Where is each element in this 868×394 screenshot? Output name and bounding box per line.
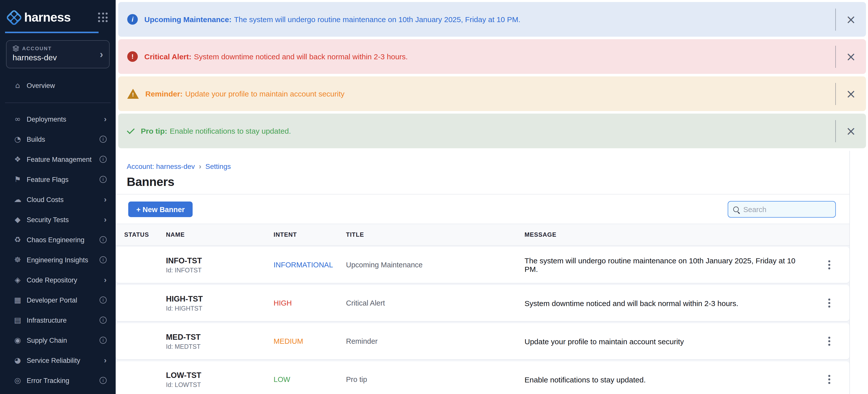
service-reliability-icon: ◕ (13, 356, 22, 365)
sidebar-item-label: Deployments (27, 115, 66, 123)
search-icon (733, 206, 739, 212)
breadcrumb: Account: harness-dev › Settings (127, 162, 849, 170)
info-icon[interactable]: i (100, 296, 106, 303)
sidebar-item-label: Service Reliability (27, 357, 80, 364)
banner-name: LOW-TST (166, 371, 265, 380)
close-icon[interactable]: × (836, 125, 866, 137)
sidebar-item-feature-flags[interactable]: ⚑ Feature Flags i (0, 169, 116, 190)
banner-label: Reminder: (145, 90, 183, 98)
sidebar: harness ACCOUNT harness-dev › ⌂ Overview (0, 0, 116, 394)
sidebar-item-label: Chaos Engineering (27, 236, 85, 243)
sidebar-item-label: Builds (27, 135, 45, 143)
table-row[interactable]: HIGH-TST Id: HIGHTST HIGH Critical Alert… (116, 285, 849, 321)
app-grid-icon[interactable] (98, 12, 107, 22)
info-circle-icon: i (127, 14, 138, 25)
harness-logo-icon (5, 9, 23, 26)
kebab-menu-icon[interactable] (820, 370, 838, 389)
breadcrumb-settings-link[interactable]: Settings (206, 162, 231, 170)
search-box (728, 201, 836, 218)
chevron-right-icon: › (104, 276, 106, 284)
sidebar-item-label: Supply Chain (27, 336, 67, 344)
content-panel: Account: harness-dev › Settings Banners … (116, 151, 850, 394)
sidebar-item-label: Feature Flags (27, 176, 69, 183)
sidebar-item-chaos-engineering[interactable]: ♻ Chaos Engineering i (0, 230, 116, 250)
sidebar-item-supply-chain[interactable]: ◉ Supply Chain i (0, 330, 116, 350)
sidebar-item-overview[interactable]: ⌂ Overview (0, 75, 116, 96)
info-icon[interactable]: i (100, 337, 106, 344)
alert-circle-icon: ! (127, 51, 138, 62)
warning-triangle-icon: ! (127, 89, 139, 99)
sidebar-item-cloud-costs[interactable]: ☁ Cloud Costs › (0, 190, 116, 209)
sidebar-item-label: Feature Management (27, 156, 92, 163)
banner-label: Pro tip: (141, 127, 167, 135)
sidebar-item-code-repository[interactable]: ◈ Code Repository › (0, 270, 116, 290)
chevron-right-icon: › (100, 49, 103, 60)
kebab-menu-icon[interactable] (820, 332, 838, 350)
sidebar-modules: ∞ Deployments › ◔ Builds i ❖ Feature Man… (0, 109, 116, 391)
sidebar-item-feature-management[interactable]: ❖ Feature Management i (0, 149, 116, 169)
kebab-menu-icon[interactable] (820, 256, 838, 274)
sidebar-item-label: Infrastructure (27, 316, 67, 324)
chevron-right-icon: › (199, 162, 202, 170)
search-input[interactable] (743, 205, 824, 214)
banner-id: Id: LOWTST (166, 381, 265, 388)
intent-badge: MEDIUM (265, 337, 337, 345)
sidebar-item-security-tests[interactable]: ◆ Security Tests › (0, 209, 116, 230)
breadcrumb-account-link[interactable]: Account: harness-dev (127, 162, 195, 170)
error-tracking-icon: ◎ (13, 376, 22, 385)
page-head: Account: harness-dev › Settings Banners (116, 151, 849, 195)
sidebar-item-engineering-insights[interactable]: ☸ Engineering Insights i (0, 250, 116, 270)
engineering-insights-icon: ☸ (13, 255, 22, 264)
sidebar-item-label: Developer Portal (27, 296, 77, 304)
close-icon[interactable]: × (836, 13, 866, 25)
page-title: Banners (127, 175, 849, 189)
close-icon[interactable]: × (836, 88, 866, 100)
info-icon[interactable]: i (100, 176, 106, 183)
info-icon[interactable]: i (100, 317, 106, 324)
info-icon[interactable]: i (100, 256, 106, 263)
home-icon: ⌂ (13, 81, 22, 90)
new-banner-button[interactable]: + New Banner (128, 201, 193, 217)
sidebar-item-infrastructure[interactable]: ▤ Infrastructure i (0, 310, 116, 330)
close-icon[interactable]: × (836, 51, 866, 63)
table-row[interactable]: MED-TST Id: MEDTST MEDIUM Reminder Updat… (116, 323, 849, 359)
intent-badge: LOW (265, 375, 337, 384)
banner-title: Upcoming Maintenance (337, 261, 516, 269)
banner-message-cell: Update your profile to maintain account … (516, 337, 809, 346)
info-icon[interactable]: i (100, 377, 106, 384)
banner-message: System downtime noticed and will back no… (194, 52, 408, 61)
sidebar-item-service-reliability[interactable]: ◕ Service Reliability › (0, 350, 116, 370)
chevron-right-icon: › (104, 115, 106, 123)
chevron-right-icon: › (104, 356, 106, 364)
account-selector[interactable]: ACCOUNT harness-dev › (6, 40, 110, 68)
security-tests-icon: ◆ (13, 215, 22, 224)
banner-message-cell: The system will undergo routine maintena… (516, 256, 809, 273)
table-row[interactable]: INFO-TST Id: INFOTST INFORMATIONAL Upcom… (116, 247, 849, 283)
main-area: i Upcoming Maintenance: The system will … (116, 0, 868, 394)
sidebar-item-label: Security Tests (27, 216, 69, 223)
code-repository-icon: ◈ (13, 275, 22, 285)
kebab-menu-icon[interactable] (820, 294, 838, 312)
sidebar-item-label: Code Repository (27, 276, 77, 284)
sidebar-item-error-tracking[interactable]: ◎ Error Tracking i (0, 370, 116, 391)
banner-divider (835, 8, 836, 30)
sidebar-item-developer-portal[interactable]: ▦ Developer Portal i (0, 290, 116, 310)
info-icon[interactable]: i (100, 136, 106, 143)
banner-informational: i Upcoming Maintenance: The system will … (118, 2, 866, 37)
app-root: harness ACCOUNT harness-dev › ⌂ Overview (0, 0, 868, 394)
table-row[interactable]: LOW-TST Id: LOWTST LOW Pro tip Enable no… (116, 361, 849, 394)
account-label: ACCOUNT (22, 46, 52, 51)
banner-table: INFO-TST Id: INFOTST INFORMATIONAL Upcom… (116, 246, 849, 394)
banner-message-cell: System downtime noticed and will back no… (516, 299, 809, 307)
intent-badge: HIGH (265, 299, 337, 307)
info-icon[interactable]: i (100, 156, 106, 163)
sidebar-item-builds[interactable]: ◔ Builds i (0, 129, 116, 149)
info-icon[interactable]: i (100, 236, 106, 243)
banner-label: Critical Alert: (144, 52, 191, 61)
sidebar-item-deployments[interactable]: ∞ Deployments › (0, 109, 116, 129)
logo-underline (5, 32, 99, 33)
banner-id: Id: MEDTST (166, 343, 265, 350)
banner-message: The system will undergo routine maintena… (234, 15, 521, 24)
sidebar-item-label: Overview (27, 82, 55, 89)
column-header-name: NAME (157, 231, 265, 238)
